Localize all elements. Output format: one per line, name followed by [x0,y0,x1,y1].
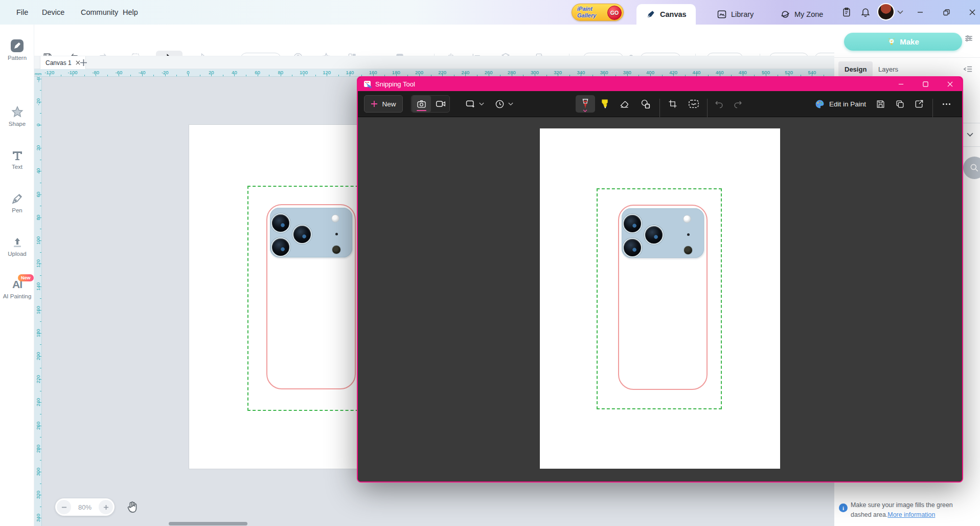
menu-community[interactable]: Community [76,0,123,25]
panel-settings-icon[interactable] [964,34,973,43]
array-button[interactable]: Array [340,51,369,56]
combine-icon [526,51,559,56]
tab-my-zone[interactable]: My Zone [771,4,832,25]
tab-design[interactable]: Design [838,61,873,77]
sidebar-item-text[interactable]: Text [0,149,34,170]
screenshot-mode-button[interactable] [412,96,431,112]
pan-hand-icon[interactable] [125,499,140,514]
flash-icon [683,215,691,223]
sidebar-item-shape[interactable]: Shape [0,105,34,127]
tab-canvas[interactable]: Canvas [636,4,696,25]
align-button[interactable]: Align [465,51,493,56]
more-information-link[interactable]: More information [887,511,935,518]
flip-button[interactable]: Flip [440,51,467,56]
width-field[interactable]: W 0.00 [583,53,624,56]
snip-undo-button[interactable] [709,95,728,113]
tab-library[interactable]: Library [708,4,763,25]
snip-redo-button[interactable] [728,95,747,113]
canvas-1-tab[interactable]: Canvas 1 [40,56,86,69]
app-minimize-button[interactable] [910,0,930,25]
ruler-tick [327,74,327,76]
save-button[interactable]: Save [34,51,62,56]
eraser-tool[interactable] [614,95,634,113]
sidebar-item-pen[interactable]: Pen [0,192,34,213]
snip-close-button[interactable] [940,77,960,91]
edit-in-paint-button[interactable]: Edit in Paint [811,95,870,113]
snip-shape-dropdown[interactable] [460,95,489,113]
position-y-field[interactable]: Y 0.00 [814,53,834,56]
snip-delay-dropdown[interactable] [490,95,518,113]
sidebar-item-upload[interactable]: Upload [0,236,34,257]
search-button[interactable] [963,157,980,179]
collapse-panel-icon[interactable] [963,65,972,73]
ruler-tick [39,356,41,357]
offset-button[interactable]: Offset [312,51,340,56]
ruler-tick [39,102,41,102]
new-snip-button[interactable]: New [364,95,403,113]
snip-minimize-button[interactable] [891,77,911,91]
record-mode-button[interactable] [431,96,450,112]
ipaint-gallery-badge[interactable]: iPaint Gallery GO [572,4,624,21]
camera-plate [270,208,352,257]
combine-button[interactable]: Combine [526,51,559,56]
fill-button[interactable]: Fill [284,51,312,56]
rotate-field[interactable]: 0.00 [706,53,743,56]
sidebar-item-pattern[interactable]: Pattern [0,39,34,61]
cursor-arrow-icon [155,51,184,56]
ballpoint-pen-tool[interactable] [576,95,595,113]
flip-icon [440,51,467,56]
tab-layers[interactable]: Layers [872,61,904,77]
edit-point-button[interactable]: Edit Point [188,51,220,56]
highlighter-tool[interactable] [595,95,614,113]
sidebar-item-ai-painting[interactable]: AI New AI Painting [0,278,34,301]
snip-maximize-button[interactable] [915,77,936,91]
array-icon [340,51,369,56]
redo-button[interactable]: Redo [88,51,117,56]
menu-file[interactable]: File [11,0,33,25]
position-x-field[interactable]: X 0.00 [769,53,809,56]
touch-writing-tool[interactable] [684,95,703,113]
view-mode-dropdown[interactable]: Fill [240,53,281,56]
menu-device[interactable]: Device [37,0,70,25]
menu-help[interactable]: Help [118,0,143,25]
tab-library-label: Library [731,10,754,18]
app-maximize-button[interactable] [936,0,956,25]
make-button[interactable]: Make [844,33,962,51]
app-close-button[interactable] [962,0,980,25]
zoom-in-button[interactable] [99,500,113,514]
horizontal-scrollbar[interactable] [169,522,247,525]
snip-titlebar[interactable]: Snipping Tool [358,77,962,91]
avatar-chevron-down-icon[interactable] [897,10,903,14]
snip-more-options-button[interactable] [937,95,956,113]
clipping-mask-button[interactable]: Clipping Mask [377,51,423,56]
tab-close-icon[interactable] [76,60,80,65]
notifications-bell-icon[interactable] [860,7,871,17]
snip-share-button[interactable] [909,95,929,113]
undo-icon [61,51,89,56]
select-tool-button[interactable]: Select [155,51,184,56]
zoom-out-button[interactable] [57,500,71,514]
snip-mode-toggle [411,95,450,113]
clipboard-icon[interactable] [841,7,852,17]
ruler-tick [119,74,119,76]
arrange-button[interactable]: Arrange [492,51,524,56]
make-button-label: Make [900,37,919,46]
ruler-tick [211,74,212,76]
height-field[interactable]: H 0.00 [640,53,681,56]
snip-copy-button[interactable] [890,95,909,113]
save-icon [34,51,62,56]
gallery-go-button[interactable]: GO [607,6,622,20]
add-canvas-button[interactable] [80,59,87,66]
shapes-tool[interactable] [635,95,655,113]
ruler-tick [234,74,235,76]
snipping-tool-window[interactable]: Snipping Tool New [357,76,963,483]
ruler-tick [40,391,41,391]
ruler-tick [107,75,108,76]
left-sidebar: Pattern Shape Text Pen Upload [0,25,34,526]
user-avatar[interactable] [877,3,895,20]
select-all-button[interactable]: Select All [118,51,153,56]
snip-save-button[interactable] [871,95,890,113]
crop-tool[interactable] [663,95,682,113]
phone-case-outline[interactable] [266,204,356,389]
undo-button[interactable]: Undo [61,51,89,56]
